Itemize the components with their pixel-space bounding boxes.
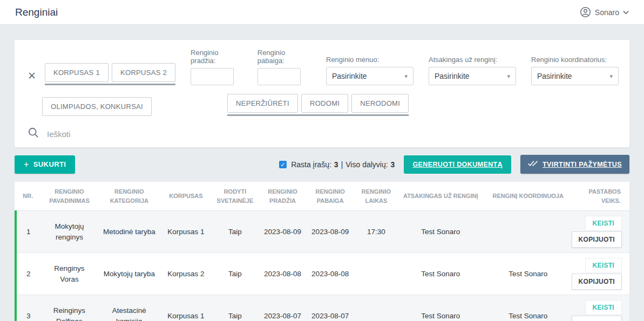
- events-table-panel: NR. RENGINIO PAVADINIMAS RENGINIO KATEGO…: [15, 182, 629, 321]
- participants-label: Viso dalyvių:: [345, 160, 388, 169]
- cell-coordinator: [482, 211, 574, 253]
- col-header-start: RENGINIO PRADŽIA: [258, 182, 307, 211]
- cell-nr: 1: [16, 211, 40, 253]
- coordinator-label: Renginio koordinatorius:: [531, 56, 619, 64]
- cell-name: Reinginys Delfinas: [40, 295, 98, 321]
- filter-neperziureti-button[interactable]: NEPERŽIŪRĖTI: [227, 94, 298, 113]
- cell-name: Renginys Voras: [40, 253, 98, 295]
- copy-button[interactable]: KOPIJUOTI: [572, 231, 622, 248]
- top-bar: Renginiai Sonaro: [0, 0, 644, 25]
- cell-show: Taip: [212, 211, 258, 253]
- found-label: Rasta įrašų:: [291, 160, 331, 169]
- cell-korpusas: Korpusas 2: [160, 253, 212, 295]
- events-table: NR. RENGINIO PAVADINIMAS RENGINIO KATEGO…: [15, 182, 629, 321]
- filter-rodomi-button[interactable]: RODOMI: [301, 94, 348, 113]
- cell-end: 2023-08-09: [307, 211, 353, 253]
- double-check-icon: [528, 160, 539, 168]
- cell-start: 2023-08-08: [258, 253, 307, 295]
- chevron-down-icon: [623, 10, 629, 15]
- user-name: Sonaro: [595, 8, 619, 17]
- event-end-label: Renginio pabaiga:: [257, 49, 311, 65]
- coordinator-value: Pasirinkite: [537, 72, 572, 80]
- generate-document-button[interactable]: GENERUOTI DOKUMENTĄ: [404, 155, 511, 174]
- responsible-label: Atsakingas už renginį:: [429, 56, 516, 64]
- cell-category: Mokytojų taryba: [98, 253, 160, 295]
- responsible-field: Atsakingas už renginį: Pasirinkite ▾: [429, 56, 516, 85]
- cell-time: [353, 253, 399, 295]
- event-month-label: Renginio mėnuo:: [326, 56, 413, 64]
- copy-button[interactable]: KOPIJUOTI: [572, 316, 622, 321]
- filter-korpusas-1-button[interactable]: KORPUSAS 1: [45, 63, 109, 82]
- user-menu[interactable]: Sonaro: [580, 6, 629, 18]
- cell-nr: 2: [16, 253, 40, 295]
- filter-korpusas-2-button[interactable]: KORPUSAS 2: [112, 63, 175, 82]
- search-row: [25, 119, 619, 147]
- col-header-end: RENGINIO PABAIGA: [307, 182, 353, 211]
- filter-olimpiados-button[interactable]: OLIMPIADOS, KONKURSAI: [42, 97, 152, 116]
- col-header-nr: NR.: [16, 182, 40, 211]
- create-button[interactable]: + SUKURTI: [15, 155, 75, 174]
- search-icon: [28, 127, 39, 141]
- cell-end: 2023-08-08: [307, 253, 353, 295]
- cell-start: 2023-08-09: [258, 211, 307, 253]
- cell-responsible: Test Sonaro: [399, 211, 482, 253]
- cell-time: 17:30: [353, 211, 399, 253]
- col-header-responsible: ATSAKINGAS UŽ RENGINĮ: [399, 182, 482, 211]
- confirm-marked-button[interactable]: TVIRTINTI PAŽYMĖTUS: [520, 155, 629, 174]
- col-header-coordinator: RENGINĮ KOORDINUOJA: [482, 182, 574, 211]
- cell-actions: KEISTI KOPIJUOTI: [574, 295, 629, 321]
- event-end-input[interactable]: [257, 68, 301, 85]
- cell-time: [353, 295, 399, 321]
- filter-row-2: OLIMPIADOS, KONKURSAI NEPERŽIŪRĖTI RODOM…: [42, 94, 619, 116]
- filter-nerodomi-button[interactable]: NERODOMI: [351, 94, 409, 113]
- results-summary: ✓ Rasta įrašų: 3 | Viso dalyvių: 3: [279, 160, 395, 169]
- table-row: 3 Reinginys Delfinas Atestacinė komisija…: [16, 295, 629, 321]
- cell-coordinator: Test Sonaro: [482, 295, 574, 321]
- event-month-value: Pasirinkite: [332, 72, 367, 80]
- cell-end: 2023-08-07: [307, 295, 353, 321]
- found-count: 3: [334, 160, 338, 169]
- col-header-show: RODYTI SVETAINĖJE: [212, 182, 258, 211]
- responsible-select[interactable]: Pasirinkite ▾: [429, 67, 516, 85]
- visibility-filter-group: NEPERŽIŪRĖTI RODOMI NERODOMI: [227, 94, 409, 116]
- col-header-time: RENGINIO LAIKAS: [353, 182, 399, 211]
- cell-show: Taip: [212, 295, 258, 321]
- edit-button[interactable]: KEISTI: [585, 258, 622, 273]
- toolbar: + SUKURTI ✓ Rasta įrašų: 3 | Viso dalyvi…: [15, 155, 629, 174]
- cell-korpusas: Korpusas 1: [160, 211, 212, 253]
- event-start-input[interactable]: [191, 68, 234, 85]
- summary-divider: |: [341, 160, 343, 169]
- cell-show: Taip: [212, 253, 258, 295]
- cell-start: 2023-08-07: [258, 295, 307, 321]
- select-caret-icon: ▾: [507, 73, 510, 80]
- coordinator-select[interactable]: Pasirinkite ▾: [531, 67, 619, 85]
- responsible-value: Pasirinkite: [435, 72, 470, 80]
- edit-button[interactable]: KEISTI: [585, 300, 622, 315]
- select-all-checkbox[interactable]: ✓: [279, 161, 287, 168]
- select-caret-icon: ▾: [404, 73, 408, 80]
- clear-filters-icon[interactable]: ✕: [28, 71, 36, 81]
- cell-korpusas: Korpusas 1: [160, 295, 212, 321]
- col-header-korpusas: KORPUSAS: [160, 182, 212, 211]
- cell-responsible: Test Sonaro: [399, 295, 482, 321]
- page-title: Renginiai: [15, 6, 58, 18]
- table-row: 2 Renginys Voras Mokytojų taryba Korpusa…: [16, 253, 629, 295]
- edit-button[interactable]: KEISTI: [585, 216, 622, 231]
- col-header-category: RENGINIO KATEGORIJA: [98, 182, 160, 211]
- cell-responsible: Test Sonaro: [399, 253, 482, 295]
- cell-category: Metodinė taryba: [98, 211, 160, 253]
- col-header-actions: PASTABOS VEIKS.: [574, 182, 629, 211]
- filter-panel: ✕ KORPUSAS 1 KORPUSAS 2 Renginio pradžia…: [15, 40, 629, 147]
- cell-actions: KEISTI KOPIJUOTI: [574, 211, 629, 253]
- col-header-name: RENGINIO PAVADINIMAS: [40, 182, 98, 211]
- toolbar-right: ✓ Rasta įrašų: 3 | Viso dalyvių: 3 GENER…: [279, 155, 629, 174]
- table-row: 1 Mokytojų renginys Metodinė taryba Korp…: [16, 211, 629, 253]
- event-month-select[interactable]: Pasirinkite ▾: [326, 67, 413, 85]
- korpusas-filter-group: KORPUSAS 1 KORPUSAS 2: [45, 63, 175, 85]
- cell-coordinator: Test Sonaro: [482, 253, 574, 295]
- copy-button[interactable]: KOPIJUOTI: [572, 274, 622, 290]
- create-label: SUKURTI: [33, 160, 66, 168]
- event-month-field: Renginio mėnuo: Pasirinkite ▾: [326, 56, 413, 85]
- event-end-field: Renginio pabaiga:: [257, 49, 311, 85]
- search-input[interactable]: [47, 129, 619, 139]
